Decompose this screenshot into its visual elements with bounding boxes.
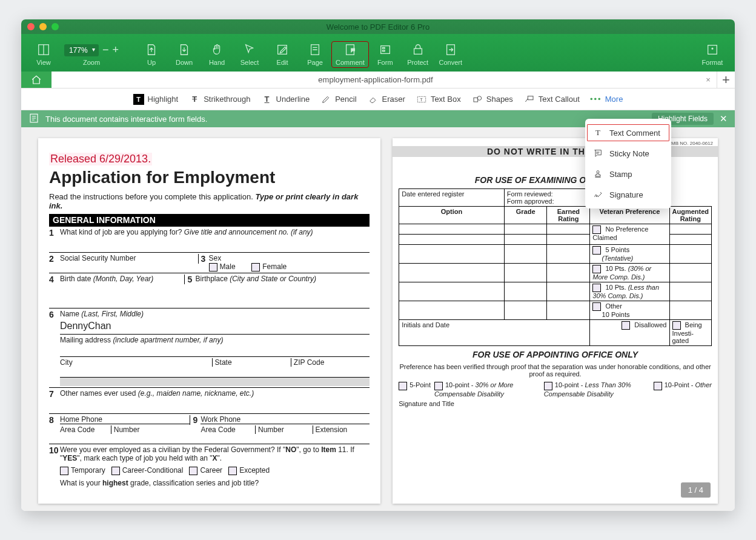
field-1: 1 What kind of job are you applying for?… [49, 226, 370, 239]
field-2-3: 2 Social Security Number 3 Sex Male Fema… [49, 252, 370, 273]
textcallout-tool[interactable]: Text Callout [524, 94, 580, 105]
pdf-page-left: Released 6/29/2013. Application for Empl… [38, 138, 380, 504]
page-counter: 1 / 4 [681, 482, 711, 498]
protect-button[interactable]: Protect [402, 41, 434, 68]
menu-stamp[interactable]: Stamp [585, 164, 671, 184]
comment-button[interactable]: Comment [331, 41, 369, 68]
vp-checkbox-3[interactable] [592, 265, 601, 273]
strikethrough-tool[interactable]: TStrikethrough [189, 94, 250, 105]
checkbox-excepted[interactable] [228, 467, 237, 475]
shapes-icon [472, 94, 483, 105]
main-toolbar: View 177% − + Zoom Up Down Hand Select [21, 34, 735, 72]
name-value[interactable]: DennyChan [60, 318, 370, 334]
stamp-icon [592, 168, 603, 179]
titlebar: Welcome to PDF Editor 6 Pro [21, 19, 735, 34]
checkbox-career[interactable] [189, 467, 197, 475]
document-tab[interactable]: employment-application-form.pdf [51, 72, 700, 88]
release-text: Released 6/29/2013. [49, 153, 152, 165]
select-button[interactable]: Select [233, 41, 266, 68]
disallowed-checkbox[interactable] [622, 321, 630, 330]
close-banner-button[interactable]: ✕ [720, 113, 728, 124]
window-title: Welcome to PDF Editor 6 Pro [21, 22, 735, 32]
checkbox-career-conditional[interactable] [111, 467, 120, 475]
new-tab-button[interactable]: + [717, 72, 735, 88]
format-icon [706, 43, 719, 56]
annotation-toolbar: THighlight TStrikethrough TUnderline Pen… [21, 88, 735, 110]
menu-sticky-note[interactable]: Sticky Note [585, 143, 671, 164]
down-button[interactable]: Down [168, 41, 201, 68]
instructions: Read the instructions before you complet… [49, 192, 370, 210]
cb-5point[interactable] [399, 382, 407, 390]
text-comment-icon: T [592, 127, 603, 138]
zoom-out-button[interactable]: − [102, 44, 109, 56]
convert-icon [444, 43, 457, 56]
form-button[interactable]: Form [369, 41, 402, 68]
textbox-tool[interactable]: TText Box [416, 94, 461, 105]
signature-icon [592, 189, 603, 200]
close-tab-button[interactable]: × [700, 72, 717, 88]
view-button[interactable]: View [27, 41, 60, 68]
shapes-tool[interactable]: Shapes [472, 94, 513, 105]
field-6: 6 Name (Last, First, Middle) DennyChan M… [49, 308, 370, 387]
investigated-checkbox[interactable] [672, 321, 681, 330]
format-button[interactable]: Format [696, 41, 729, 68]
svg-text:T: T [420, 96, 423, 102]
protect-icon [411, 43, 425, 56]
vp-checkbox-5[interactable] [592, 302, 601, 311]
section-general-info: GENERAL INFORMATION [49, 214, 370, 226]
highlight-icon: T [133, 94, 144, 105]
home-button[interactable] [21, 72, 51, 88]
convert-button[interactable]: Convert [434, 41, 467, 68]
field-4-5: 4 Birth date (Month, Day, Year) 5 Birthp… [49, 273, 370, 285]
hand-icon [210, 43, 224, 56]
menu-text-comment[interactable]: TText Comment [585, 122, 671, 143]
hand-button[interactable]: Hand [201, 41, 233, 68]
tab-label: employment-application-form.pdf [318, 75, 433, 84]
pencil-tool[interactable]: Pencil [320, 94, 356, 105]
more-tools-menu: TText Comment Sticky Note Stamp Signatur… [585, 119, 671, 208]
form-title: Application for Employment [49, 168, 370, 187]
svg-rect-12 [708, 45, 717, 55]
underline-tool[interactable]: TUnderline [262, 94, 310, 105]
callout-icon [524, 94, 535, 105]
checkbox-female[interactable] [251, 263, 260, 272]
eraser-tool[interactable]: Eraser [368, 94, 405, 105]
more-tools-button[interactable]: •••More [591, 94, 623, 105]
comment-icon [343, 43, 357, 56]
cb-10pt-a[interactable] [434, 382, 443, 390]
svg-rect-8 [382, 47, 385, 48]
zoom-in-button[interactable]: + [113, 44, 119, 56]
menu-signature[interactable]: Signature [585, 184, 671, 205]
tab-row: employment-application-form.pdf × + [21, 72, 735, 88]
view-icon [37, 43, 50, 56]
svg-rect-18 [528, 96, 533, 99]
svg-rect-9 [382, 50, 385, 52]
vp-checkbox-1[interactable] [592, 225, 601, 234]
page-button[interactable]: Page [299, 41, 331, 68]
edit-button[interactable]: Edit [266, 41, 299, 68]
vp-checkbox-2[interactable] [592, 246, 601, 255]
zoom-select[interactable]: 177% [64, 44, 99, 56]
appointing-office-header: FOR USE OF APPOINTING OFFICE ONLY [399, 350, 712, 359]
edit-icon [276, 43, 289, 56]
checkbox-male[interactable] [209, 263, 217, 272]
vp-checkbox-4[interactable] [592, 284, 601, 292]
up-button[interactable]: Up [135, 41, 168, 68]
highlight-tool[interactable]: THighlight [133, 94, 179, 105]
cb-10pt-c[interactable] [654, 382, 662, 390]
checkbox-temporary[interactable] [60, 467, 68, 475]
eraser-icon [368, 94, 379, 105]
banner-text: This document contains interactive form … [45, 115, 207, 124]
field-8-9: 8 Home Phone Area CodeNumber 9 Work Phon… [49, 413, 370, 435]
svg-point-25 [597, 171, 599, 173]
cb-10pt-b[interactable] [544, 382, 552, 390]
svg-rect-10 [414, 48, 422, 54]
page-icon [308, 43, 322, 56]
sticky-note-icon [592, 148, 603, 159]
field-7: 7 Other names ever used (e.g., maiden na… [49, 387, 370, 400]
form-banner-icon [28, 113, 39, 125]
page-up-icon [145, 43, 158, 56]
more-icon: ••• [591, 94, 602, 105]
underline-icon: T [262, 94, 273, 105]
zoom-control: 177% − + Zoom [60, 42, 123, 68]
